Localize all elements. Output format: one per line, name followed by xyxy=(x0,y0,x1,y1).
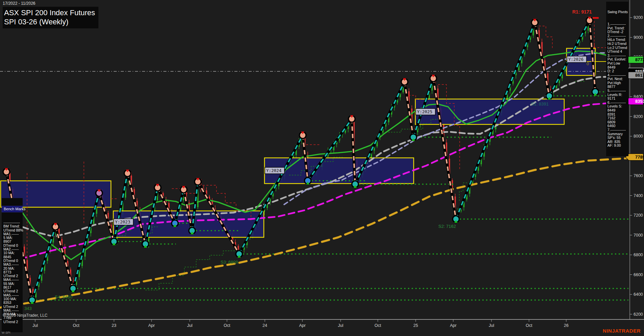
price-tag-value: 8353 xyxy=(635,99,644,104)
chart-title-line2: SPI 03-26 (Weekly) xyxy=(4,17,95,26)
time-tick-label: Jul xyxy=(489,323,494,328)
ninjatrader-chart-window: R1: 9171S1: 8391S2: 7162S3: 6809S4: 6460… xyxy=(0,0,644,336)
price-tick-label: 6600 xyxy=(634,272,643,277)
level-label: R1: 9171 xyxy=(572,9,592,15)
price-tick-label: 6400 xyxy=(634,292,643,297)
panel-line: 8449 xyxy=(607,109,627,113)
year-chip-label: Y:2023 xyxy=(115,219,130,224)
price-tick-label: 7400 xyxy=(634,193,643,198)
price-tag-value: 8773 xyxy=(635,57,644,62)
time-tick-label: Oct xyxy=(374,323,381,328)
price-tick-label: 9000 xyxy=(634,35,643,40)
chart-title-line1: ASX SPI 200 Index Futures xyxy=(4,8,95,17)
time-tick-label: Apr xyxy=(148,323,155,328)
bench-marks-panel-body: --------------BM Trend:UTrend 88%MA1.---… xyxy=(2,220,23,325)
panel-line: UTrend 2 xyxy=(3,320,21,324)
panel-line: 8353 xyxy=(3,301,21,305)
year-chip-label: Y:2026 xyxy=(568,57,583,62)
time-tick-label: Jul xyxy=(338,323,343,328)
ninjatrader-logo: NINJATRADER xyxy=(603,328,641,334)
level-label: S2: 7162 xyxy=(438,224,456,229)
time-tick-label: Oct xyxy=(73,323,79,328)
panel-line: 1.------------- xyxy=(607,22,627,26)
year-box xyxy=(264,158,414,184)
level-label: S3: 6809 xyxy=(221,260,238,265)
swing-pivots-panel-title: Swing Pivots xyxy=(607,10,627,15)
level-label: 0 xyxy=(586,61,589,66)
level-label: 343 xyxy=(24,306,32,311)
panel-line: 10 MA: xyxy=(3,251,21,255)
price-tick-label: 9200 xyxy=(634,15,643,20)
time-tick-label: 26 xyxy=(564,323,569,328)
price-tick-label: 6800 xyxy=(634,253,643,257)
time-tick-label: 25 xyxy=(413,323,418,328)
swing-pivots-panel-body: 1.-------------Pvt. Trend:DTrend -22.---… xyxy=(607,22,627,148)
panel-line: 7.------------- xyxy=(607,128,627,132)
panel-line: Hi:2 UTrend xyxy=(607,42,627,46)
swing-pivots-panel: Swing Pivots 1.-------------Pvt. Trend:D… xyxy=(606,2,628,156)
panel-line: AF: 9.00 xyxy=(607,144,627,148)
year-chip-label: Y:2024 xyxy=(266,168,281,173)
chart-canvas[interactable]: R1: 9171S1: 8391S2: 7162S3: 6809S4: 6460… xyxy=(0,0,644,336)
time-tick-label: 24 xyxy=(262,323,267,328)
panel-line: UTrend 4 xyxy=(607,50,627,54)
panel-line: MA3.------ xyxy=(3,263,21,266)
bench-marks-panel: Bench Marks --------------BM Trend:UTren… xyxy=(2,198,23,332)
level-label: S4: 6460 xyxy=(55,294,72,299)
price-tick-label: 8200 xyxy=(634,114,643,119)
time-tick-label: Jul xyxy=(32,323,38,328)
price-tag-value: 8617 xyxy=(635,73,644,78)
chart-title: ASX SPI 200 Index Futures SPI 03-26 (Wee… xyxy=(3,7,98,28)
price-tick-label: 6200 xyxy=(634,312,643,317)
time-tick-label: Oct xyxy=(224,323,230,328)
title-area: 17/2022 - 11/2026 ASX SPI 200 Index Futu… xyxy=(3,1,98,28)
panel-line: D: 2 xyxy=(607,69,627,73)
panel-line: DTrend -2 xyxy=(607,30,627,34)
price-tag-value: 7789 xyxy=(635,154,644,160)
time-tick-label: Oct xyxy=(526,323,532,328)
time-tick-label: Apr xyxy=(450,323,456,328)
year-chip-label: Y:2025 xyxy=(417,109,432,114)
price-tick-label: 7600 xyxy=(634,173,643,178)
panel-line: BM Trend: xyxy=(3,224,21,228)
time-tick-label: 23 xyxy=(112,323,116,328)
time-tick-label: Jul xyxy=(187,323,192,328)
level-label: S1: 8391 xyxy=(531,101,549,106)
panel-line: UTrend 2 xyxy=(3,289,21,293)
date-range-label: 17/2022 - 11/2026 xyxy=(3,1,98,6)
bench-marks-panel-title: Bench Marks xyxy=(2,206,23,212)
time-tick-label: Apr xyxy=(299,323,305,328)
price-tick-label: 7200 xyxy=(634,213,643,218)
price-tick-label: 7000 xyxy=(634,233,643,238)
price-tick-label: 8000 xyxy=(634,134,643,139)
instrument-tab[interactable]: W SPI xyxy=(2,331,10,334)
panel-line: Pvt Low xyxy=(607,62,627,66)
copyright-label: © 2026 NinjaTrader, LLC xyxy=(3,313,47,318)
panel-line: 5.------------- xyxy=(607,89,627,93)
